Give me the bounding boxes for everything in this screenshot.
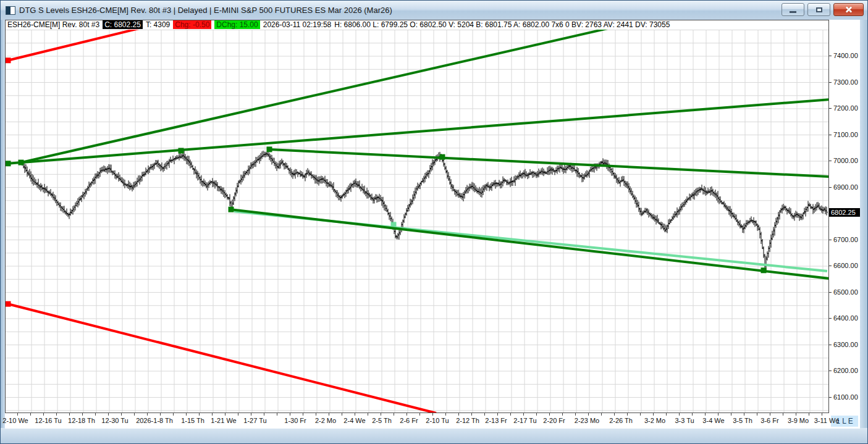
green-upper-channel-line-anchor[interactable]: [6, 161, 11, 166]
price-axis-label: 7200.00: [833, 104, 858, 112]
price-axis-label: 6100.00: [833, 393, 858, 401]
price-chart[interactable]: [6, 20, 828, 413]
red-lower-trendline-anchor[interactable]: [6, 301, 11, 307]
window-border-left: [1, 20, 5, 443]
close-button[interactable]: [833, 3, 864, 16]
price-axis-tick: [829, 56, 832, 56]
change-badge: Chg: -0.50: [173, 20, 211, 29]
green-upper-channel-line[interactable]: [8, 99, 828, 164]
green-lower-channel-line-anchor[interactable]: [761, 267, 767, 273]
time-axis-ticks: [5, 413, 829, 416]
last-price-axis-box: 6802.25: [829, 208, 860, 217]
last-price-badge: C: 6802.25: [103, 20, 143, 29]
price-axis-label: 6500.00: [833, 288, 858, 296]
green-resistance-line-anchor[interactable]: [440, 154, 445, 160]
minimize-icon: [790, 11, 796, 13]
time-axis-label: 3-11 We: [801, 417, 853, 424]
maximize-icon: [816, 7, 822, 12]
window-controls: [782, 3, 864, 16]
time-axis[interactable]: 2-10 We12-16 Tu12-18 Th12-30 Tu2026-1-8 …: [5, 413, 829, 429]
price-axis-label: 6600.00: [833, 262, 858, 270]
price-axis-tick: [829, 161, 832, 161]
title-bar[interactable]: DTG S Levels ESH26-CME[M] Rev. 80t #3 | …: [1, 1, 867, 20]
trades-count: T: 4309: [146, 20, 170, 29]
close-icon: [845, 6, 853, 14]
window-title: DTG S Levels ESH26-CME[M] Rev. 80t #3 | …: [19, 6, 782, 15]
price-axis-label: 7000.00: [833, 157, 858, 165]
price-axis-tick: [829, 108, 832, 109]
window-border-right: [859, 20, 867, 443]
price-axis-label: 6700.00: [833, 236, 858, 244]
chart-status-row: ESH26-CME[M] Rev. 80t #3C: 6802.25T: 430…: [6, 20, 828, 30]
minimize-button[interactable]: [782, 3, 804, 16]
green-steep-trendline[interactable]: [21, 20, 643, 162]
price-axis-label: 7400.00: [833, 52, 858, 60]
price-axis-label: 6900.00: [833, 183, 858, 191]
window-border-bottom: [1, 428, 867, 443]
price-axis-tick: [829, 371, 832, 371]
day-change-badge: DChg: 15.00: [214, 20, 259, 29]
price-axis-tick: [829, 397, 832, 398]
maximize-button[interactable]: [807, 3, 830, 16]
symbol-label: ESH26-CME[M] Rev. 80t #3: [7, 20, 99, 29]
price-axis-tick: [829, 292, 832, 293]
price-bars: [21, 151, 828, 270]
green-upper-channel-line-anchor[interactable]: [179, 148, 184, 154]
price-axis-tick: [829, 318, 832, 319]
app-window: DTG S Levels ESH26-CME[M] Rev. 80t #3 | …: [0, 0, 868, 444]
price-axis-label: 6300.00: [833, 341, 858, 349]
red-upper-trendline-anchor[interactable]: [6, 57, 11, 63]
grid-lines: [6, 20, 828, 413]
price-axis-label: 7100.00: [833, 131, 858, 139]
price-axis-label: 6200.00: [833, 367, 858, 375]
price-axis-tick: [829, 240, 832, 240]
price-axis-tick: [829, 135, 832, 135]
price-axis-tick: [829, 266, 832, 266]
app-icon: [6, 6, 15, 15]
bar-datetime: 2026-03-11 02:19:58: [263, 20, 332, 29]
price-axis-label: 6400.00: [833, 314, 858, 322]
ohlc-readout: H: 6806.00 L: 6799.25 O: 6802.50 V: 5204…: [334, 20, 670, 29]
price-axis-tick: [829, 82, 832, 83]
green-resistance-line-anchor[interactable]: [267, 146, 272, 152]
price-axis[interactable]: 6802.25 1 L E 7400.007300.007200.007100.…: [829, 20, 860, 429]
price-axis-label: 7300.00: [833, 78, 858, 86]
green-lower-channel-line-anchor[interactable]: [229, 207, 234, 212]
price-axis-tick: [829, 345, 832, 345]
green-lower-channel-line[interactable]: [231, 209, 828, 279]
price-axis-tick: [829, 187, 832, 188]
chart-plot-area[interactable]: ESH26-CME[M] Rev. 80t #3C: 6802.25T: 430…: [5, 20, 829, 413]
pale-green-trendline-anchor[interactable]: [391, 222, 397, 227]
